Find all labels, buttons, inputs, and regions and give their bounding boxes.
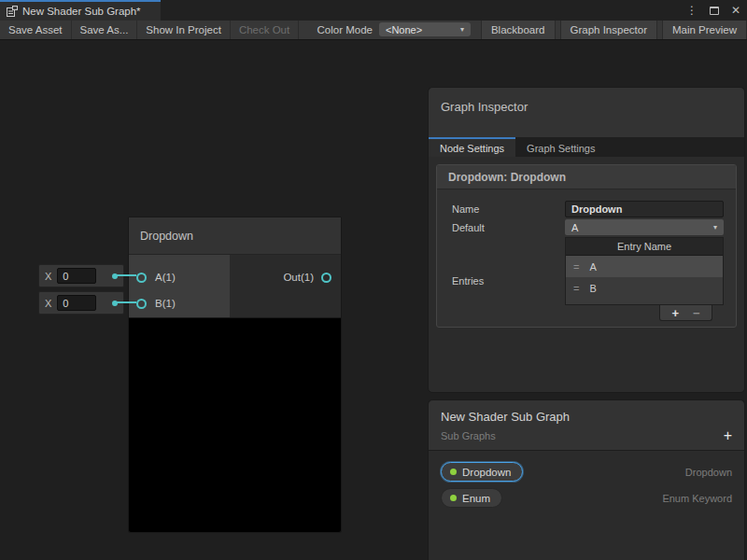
entries-list-footer: + − bbox=[659, 305, 712, 321]
blackboard-items: Dropdown Dropdown Enum Enum Keyword bbox=[429, 451, 744, 519]
blackboard-row-dropdown: Dropdown Dropdown bbox=[441, 462, 732, 482]
tab-graph-settings[interactable]: Graph Settings bbox=[515, 137, 606, 157]
keyword-dot-icon bbox=[450, 469, 457, 475]
slot-b-axis-label: X bbox=[45, 298, 51, 309]
toolbar-right-group: Color Mode <None> ▾ Blackboard Graph Ins… bbox=[311, 21, 747, 39]
add-entry-button[interactable]: + bbox=[671, 307, 679, 319]
inspector-content: Dropdown: Dropdown Name Dropdown Default… bbox=[429, 157, 744, 335]
dropdown-property-pill[interactable]: Dropdown bbox=[441, 462, 523, 482]
entries-list-padding bbox=[566, 299, 723, 304]
edge-wire-a[interactable] bbox=[116, 274, 136, 276]
document-tab[interactable]: New Shader Sub Graph* bbox=[0, 0, 161, 21]
property-name: Enum bbox=[462, 493, 490, 504]
section-title: Dropdown: Dropdown bbox=[437, 165, 736, 189]
blackboard-panel: New Shader Sub Graph Sub Graphs + Dropdo… bbox=[428, 399, 745, 560]
entry-name: A bbox=[589, 261, 596, 273]
blackboard-title: New Shader Sub Graph bbox=[441, 410, 732, 424]
color-mode-label: Color Mode bbox=[311, 21, 379, 39]
output-port-icon[interactable] bbox=[321, 273, 331, 283]
default-dropdown-value: A bbox=[571, 222, 578, 233]
slot-a-value-widget: X 0 bbox=[38, 264, 124, 287]
inspector-tab-bar: Node Settings Graph Settings bbox=[429, 137, 744, 157]
window-menu-icon[interactable]: ⋮ bbox=[686, 5, 698, 16]
output-port-label: Out(1) bbox=[283, 272, 314, 283]
input-port-b-icon[interactable] bbox=[136, 299, 147, 309]
entry-row-a[interactable]: = A bbox=[566, 256, 723, 277]
remove-entry-button[interactable]: − bbox=[693, 307, 700, 319]
edge-wire-b[interactable] bbox=[116, 301, 136, 303]
entries-list-header: Entry Name bbox=[566, 238, 723, 256]
window-controls: ⋮ ✕ bbox=[686, 0, 740, 21]
main-preview-toggle-button[interactable]: Main Preview bbox=[662, 21, 747, 39]
graph-inspector-toggle-button[interactable]: Graph Inspector bbox=[560, 21, 657, 39]
window-maximize-icon[interactable] bbox=[710, 7, 719, 15]
default-dropdown[interactable]: A ▾ bbox=[565, 219, 724, 235]
graph-canvas[interactable]: Dropdown A(1) B(1) Out(1) bbox=[0, 40, 747, 560]
slot-b-value-field[interactable]: 0 bbox=[57, 295, 96, 311]
slot-a-value-field[interactable]: 0 bbox=[57, 268, 96, 284]
drag-handle-icon[interactable]: = bbox=[573, 261, 579, 273]
window-close-icon[interactable]: ✕ bbox=[731, 5, 740, 16]
entries-property-row: Entries Entry Name = A = B bbox=[452, 237, 724, 321]
chevron-down-icon: ▾ bbox=[460, 25, 464, 34]
subgraph-asset-icon bbox=[7, 6, 18, 17]
color-mode-dropdown[interactable]: <None> ▾ bbox=[379, 22, 471, 36]
entries-column: Entry Name = A = B bbox=[565, 237, 724, 321]
default-label: Default bbox=[452, 219, 565, 235]
blackboard-subtitle: Sub Graphs bbox=[441, 430, 496, 441]
property-type-label: Enum Keyword bbox=[662, 493, 732, 504]
show-in-project-button[interactable]: Show In Project bbox=[137, 21, 231, 39]
add-property-button[interactable]: + bbox=[724, 430, 732, 441]
shader-graph-toolbar: Save Asset Save As... Show In Project Ch… bbox=[0, 21, 747, 40]
slot-a-axis-label: X bbox=[45, 271, 51, 282]
default-property-row: Default A ▾ bbox=[452, 219, 724, 235]
property-name: Dropdown bbox=[462, 467, 511, 478]
dropdown-settings-section: Dropdown: Dropdown Name Dropdown Default… bbox=[436, 164, 737, 328]
blackboard-subtitle-row: Sub Graphs + bbox=[441, 430, 732, 441]
node-body: A(1) B(1) Out(1) bbox=[129, 255, 341, 317]
name-input[interactable]: Dropdown bbox=[565, 201, 724, 217]
window-titlebar: New Shader Sub Graph* ⋮ ✕ bbox=[0, 0, 747, 21]
graph-inspector-panel: Graph Inspector Node Settings Graph Sett… bbox=[428, 87, 745, 393]
color-mode-value: <None> bbox=[386, 24, 422, 35]
tab-node-settings[interactable]: Node Settings bbox=[429, 137, 515, 157]
section-body: Name Dropdown Default A ▾ Entries bbox=[437, 189, 736, 327]
entries-list: Entry Name = A = B bbox=[565, 237, 724, 305]
blackboard-header[interactable]: New Shader Sub Graph Sub Graphs + bbox=[429, 400, 744, 451]
blackboard-toggle-button[interactable]: Blackboard bbox=[481, 21, 556, 39]
inspector-header[interactable]: Graph Inspector bbox=[429, 88, 744, 137]
entry-row-b[interactable]: = B bbox=[566, 277, 723, 299]
input-port-row-a: A(1) bbox=[129, 264, 230, 290]
name-property-row: Name Dropdown bbox=[452, 201, 724, 217]
enum-property-pill[interactable]: Enum bbox=[441, 488, 502, 508]
output-port-row: Out(1) bbox=[283, 264, 331, 290]
node-input-ports: A(1) B(1) bbox=[129, 255, 230, 317]
entries-label: Entries bbox=[452, 273, 565, 287]
save-asset-button[interactable]: Save Asset bbox=[0, 21, 72, 39]
entry-name: B bbox=[589, 283, 596, 294]
input-port-a-icon[interactable] bbox=[136, 273, 147, 283]
chevron-down-icon: ▾ bbox=[713, 223, 717, 231]
input-port-b-label: B(1) bbox=[155, 298, 176, 309]
name-label: Name bbox=[452, 201, 565, 217]
keyword-dot-icon bbox=[450, 495, 457, 501]
input-port-row-b: B(1) bbox=[129, 290, 230, 316]
dropdown-node[interactable]: Dropdown A(1) B(1) Out(1) bbox=[128, 217, 342, 533]
node-output-ports: Out(1) bbox=[230, 255, 341, 317]
node-preview bbox=[129, 317, 341, 532]
blackboard-row-enum: Enum Enum Keyword bbox=[441, 488, 732, 508]
check-out-button: Check Out bbox=[231, 21, 299, 39]
slot-b-value-widget: X 0 bbox=[38, 291, 124, 315]
input-port-a-label: A(1) bbox=[155, 272, 176, 283]
drag-handle-icon[interactable]: = bbox=[573, 283, 579, 294]
property-type-label: Dropdown bbox=[685, 467, 732, 478]
save-as-button[interactable]: Save As... bbox=[72, 21, 138, 39]
node-title: Dropdown bbox=[129, 217, 341, 255]
document-tab-title: New Shader Sub Graph* bbox=[22, 6, 141, 17]
